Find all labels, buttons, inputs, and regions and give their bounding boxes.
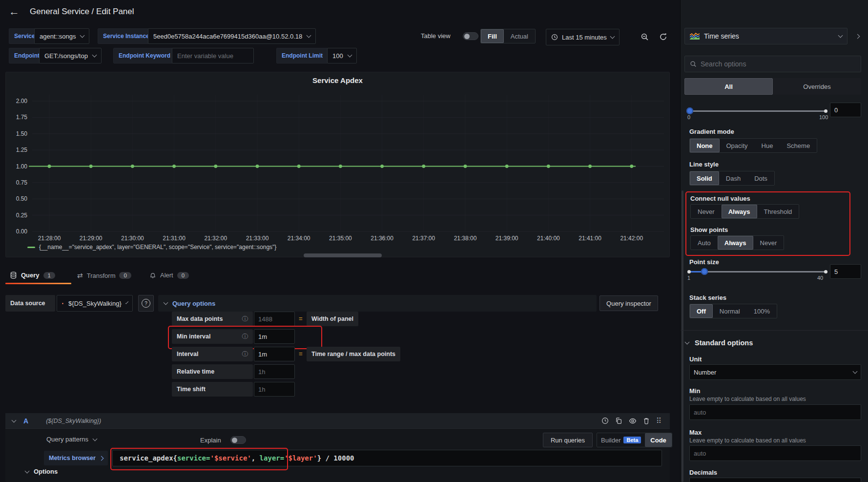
table-view-toggle[interactable]: [463, 32, 478, 40]
value-text: 1m: [258, 351, 267, 358]
option-actual[interactable]: Actual: [504, 29, 535, 43]
stack-series-label: Stack series: [689, 294, 726, 301]
option-dots[interactable]: Dots: [747, 171, 774, 185]
service-instance-variable-label: Service Instance: [98, 28, 155, 44]
query-patterns-dropdown[interactable]: Query patterns: [46, 436, 97, 443]
min-interval-input[interactable]: 1m: [254, 329, 295, 344]
tab-query[interactable]: Query 1: [10, 272, 55, 279]
hide-eye-icon[interactable]: [629, 417, 637, 425]
option-never[interactable]: Never: [691, 205, 722, 218]
metrics-browser-button[interactable]: Metrics browser: [44, 451, 108, 465]
option-threshold[interactable]: Threshold: [757, 205, 799, 218]
option-100-[interactable]: 100%: [747, 304, 777, 318]
fill-opacity-slider-rail[interactable]: [689, 110, 827, 112]
endpoint-limit-dropdown[interactable]: 100: [327, 48, 357, 63]
code-mode-button[interactable]: Code: [645, 433, 672, 447]
label-text: Interval: [177, 351, 198, 357]
endpoint-limit-label-text: Endpoint Limit: [282, 52, 323, 59]
chevron-right-icon: [855, 34, 860, 39]
svg-text:21:30:00: 21:30:00: [121, 235, 144, 242]
builder-mode-button[interactable]: Builder Beta: [597, 433, 645, 447]
collapse-pane-button[interactable]: [852, 31, 862, 41]
min-input[interactable]: auto: [689, 404, 861, 420]
query-row-container: A (${DS_SkyWalking}) ⠿ Query patterns Ex…: [5, 413, 670, 482]
option-solid[interactable]: Solid: [690, 171, 719, 185]
point-size-value-input[interactable]: 5: [830, 264, 861, 279]
fill-opacity-slider-handle[interactable]: [686, 107, 693, 114]
history-icon[interactable]: [601, 417, 609, 424]
gradient-mode-label: Gradient mode: [689, 128, 734, 135]
option-scheme[interactable]: Scheme: [780, 139, 817, 152]
drag-handle-icon[interactable]: ⠿: [656, 417, 662, 425]
query-row-header[interactable]: A (${DS_SkyWalking}) ⠿: [5, 413, 670, 429]
datasource-dropdown[interactable]: ${DS_SkyWalking}: [57, 295, 133, 312]
max-input[interactable]: auto: [689, 445, 861, 461]
svg-text:1.25: 1.25: [16, 147, 28, 153]
horizontal-scrollbar[interactable]: [304, 253, 382, 257]
label-text: Min interval: [177, 333, 210, 340]
max-data-points-label: Max data pointsⓘ: [172, 312, 253, 326]
point-size-slider-handle[interactable]: [701, 268, 708, 275]
decimals-input[interactable]: [689, 478, 861, 482]
svg-text:21:31:00: 21:31:00: [163, 235, 186, 242]
query-patterns-label: Query patterns: [46, 436, 88, 443]
option-dash[interactable]: Dash: [719, 171, 747, 185]
option-always[interactable]: Always: [718, 236, 753, 250]
value-text: 1h: [258, 368, 265, 376]
options-collapse[interactable]: Options: [25, 468, 58, 475]
datasource-help-button[interactable]: ?: [138, 295, 154, 312]
slider-end-dot: [824, 270, 827, 273]
option-none[interactable]: None: [690, 139, 720, 152]
service-variable-dropdown[interactable]: agent::songs: [34, 28, 89, 44]
query-expression-input[interactable]: service_apdex{service='$service', layer=…: [112, 450, 662, 466]
service-instance-variable-dropdown[interactable]: 5eed0e5758a244aca6e7699415d360aa@10.52.0…: [148, 28, 316, 44]
option-normal[interactable]: Normal: [713, 304, 747, 318]
visualization-picker[interactable]: Time series: [684, 28, 847, 44]
point-size-slider-rail[interactable]: [689, 271, 827, 272]
run-queries-button[interactable]: Run queries: [543, 433, 593, 447]
chart-panel: Service Apdex 0.000.250.500.751.001.251.…: [5, 72, 670, 257]
gradient-mode-group: NoneOpacityHueScheme: [689, 138, 817, 153]
max-data-points-input[interactable]: 1488: [254, 312, 295, 326]
back-arrow-icon[interactable]: ←: [9, 5, 20, 18]
options-scope-tabs: All Overrides: [684, 78, 861, 95]
refresh-button[interactable]: [655, 29, 671, 44]
standard-options-header[interactable]: Standard options: [685, 339, 753, 347]
page-title: General Service / Edit Panel: [30, 7, 134, 17]
slider-min-label: 0: [687, 114, 690, 120]
option-auto[interactable]: Auto: [691, 236, 718, 250]
time-shift-input[interactable]: 1h: [254, 382, 295, 397]
search-options-input[interactable]: Search options: [684, 56, 861, 72]
slider-end-dot: [824, 109, 827, 113]
duplicate-icon[interactable]: [615, 417, 622, 424]
option-hue[interactable]: Hue: [755, 139, 780, 152]
option-fill[interactable]: Fill: [481, 29, 504, 43]
unit-select[interactable]: Number: [689, 364, 861, 380]
option-off[interactable]: Off: [690, 304, 713, 318]
query-inspector-button[interactable]: Query inspector: [599, 295, 658, 311]
tab-overrides[interactable]: Overrides: [773, 78, 861, 95]
query-inspector-label: Query inspector: [606, 300, 651, 307]
tab-alert[interactable]: Alert 0: [149, 272, 189, 279]
option-never[interactable]: Never: [753, 236, 784, 250]
desc-text: Time range / max data points: [311, 351, 395, 357]
tab-all[interactable]: All: [684, 78, 773, 95]
options-pane-scrollbar[interactable]: [682, 190, 683, 482]
legend-item[interactable]: {__name__="service_apdex", layer="GENERA…: [27, 244, 276, 251]
tab-transform[interactable]: ⇄ Transform 0: [77, 272, 131, 279]
option-opacity[interactable]: Opacity: [720, 139, 755, 152]
endpoint-keyword-input[interactable]: Enter variable value: [172, 48, 254, 63]
option-always[interactable]: Always: [722, 205, 757, 218]
interval-input[interactable]: 1m: [254, 347, 295, 361]
zoom-out-button[interactable]: [637, 29, 652, 44]
min-label: Min: [689, 387, 700, 395]
explain-toggle[interactable]: [230, 436, 246, 444]
stack-series-group: OffNormal100%: [689, 304, 777, 318]
fill-opacity-value-input[interactable]: 0: [830, 103, 861, 117]
delete-trash-icon[interactable]: [643, 417, 650, 424]
query-options-header[interactable]: Query options: [158, 295, 597, 312]
relative-time-label: Relative time: [172, 364, 253, 379]
relative-time-input[interactable]: 1h: [254, 364, 295, 379]
time-range-picker[interactable]: Last 15 minutes: [546, 29, 620, 45]
endpoint-variable-dropdown[interactable]: GET:/songs/top: [39, 48, 102, 63]
